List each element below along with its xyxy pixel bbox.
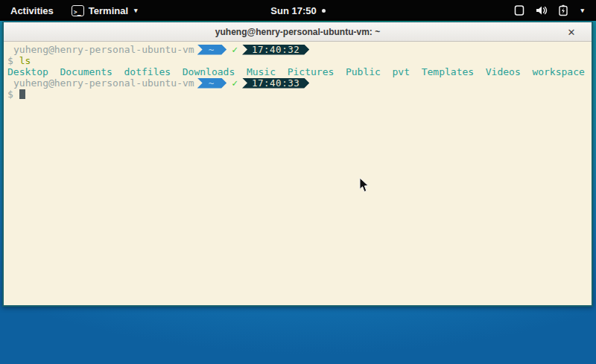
prompt-user: yuheng@henry-personal-ubuntu-vm <box>7 44 194 55</box>
directory-name: Downloads <box>183 66 235 77</box>
prompt-path-segment: ~ <box>197 45 227 55</box>
top-bar: Activities >_ Terminal ▾ Sun 17:50 ▾ <box>0 0 596 21</box>
topbar-left: Activities >_ Terminal ▾ <box>0 0 145 21</box>
clock-button[interactable]: Sun 17:50 <box>270 5 325 16</box>
status-check-icon: ✓ <box>232 44 238 55</box>
window-titlebar[interactable]: yuheng@henry-personal-ubuntu-vm: ~ ✕ <box>4 22 592 42</box>
prompt-line-1: yuheng@henry-personal-ubuntu-vm ~ ✓ 17:4… <box>7 44 589 55</box>
close-button[interactable]: ✕ <box>563 22 580 42</box>
directory-name: Music <box>247 66 276 77</box>
directory-name: Templates <box>422 66 474 77</box>
prompt-time-segment: 17:40:32 <box>242 45 309 55</box>
directory-name: Public <box>346 66 381 77</box>
terminal-content[interactable]: yuheng@henry-personal-ubuntu-vm ~ ✓ 17:4… <box>4 42 592 305</box>
activities-label: Activities <box>10 5 54 16</box>
prompt-symbol: $ <box>7 55 13 66</box>
activities-button[interactable]: Activities <box>0 0 64 21</box>
app-menu-label: Terminal <box>89 5 128 16</box>
command-line: $ ls <box>7 55 589 66</box>
terminal-window: yuheng@henry-personal-ubuntu-vm: ~ ✕ yuh… <box>2 22 593 307</box>
chevron-down-icon: ▾ <box>580 7 584 14</box>
directory-name: Videos <box>486 66 521 77</box>
directory-name: Desktop <box>7 66 48 77</box>
directory-name: pvt <box>393 66 410 77</box>
directory-name: Documents <box>60 66 112 77</box>
prompt-symbol: $ <box>7 89 13 100</box>
clock-label: Sun 17:50 <box>270 5 316 16</box>
app-menu-terminal[interactable]: >_ Terminal ▾ <box>64 0 145 21</box>
terminal-icon: >_ <box>72 5 84 16</box>
prompt-path-segment: ~ <box>197 78 227 89</box>
directory-name: workspace <box>532 66 584 77</box>
directory-name: dotfiles <box>124 66 171 77</box>
directory-name: Pictures <box>288 66 335 77</box>
ls-output-line: Desktop Documents dotfiles Downloads Mus… <box>7 66 589 77</box>
prompt-user: yuheng@henry-personal-ubuntu-vm <box>7 77 194 89</box>
status-check-icon: ✓ <box>232 77 238 89</box>
desktop-background: yuheng@henry-personal-ubuntu-vm: ~ ✕ yuh… <box>0 21 596 364</box>
input-line[interactable]: $ <box>7 89 589 100</box>
system-status-area[interactable]: ▾ <box>513 0 596 21</box>
prompt-line-2: yuheng@henry-personal-ubuntu-vm ~ ✓ 17:4… <box>7 77 589 89</box>
command-text <box>13 55 19 66</box>
command-text: ls <box>19 55 31 66</box>
display-icon <box>513 4 525 16</box>
notification-dot-icon <box>322 9 326 13</box>
battery-charging-icon <box>557 4 569 16</box>
volume-icon <box>535 4 548 16</box>
window-title: yuheng@henry-personal-ubuntu-vm: ~ <box>215 27 380 37</box>
text-cursor <box>19 89 25 99</box>
prompt-time-segment: 17:40:33 <box>242 78 309 89</box>
chevron-down-icon: ▾ <box>134 7 138 14</box>
